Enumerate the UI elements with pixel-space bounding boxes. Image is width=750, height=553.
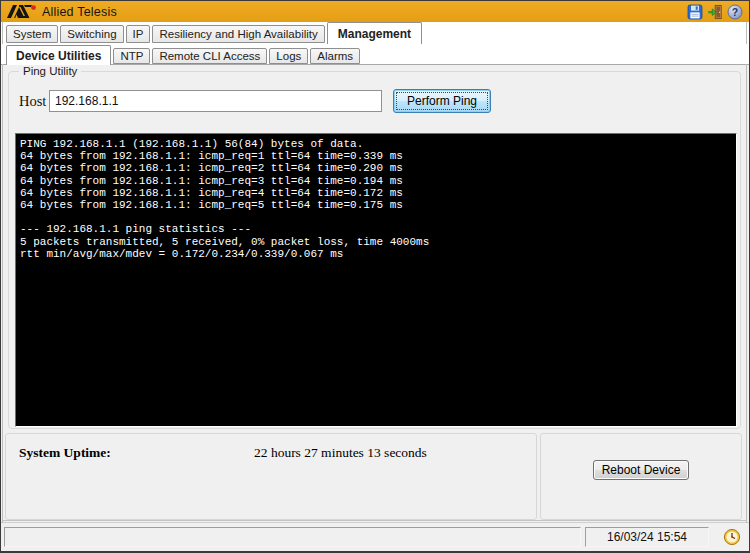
tab-logs[interactable]: Logs xyxy=(269,48,308,64)
device-utilities-page: Ping Utility Host Perform Ping PING 192.… xyxy=(1,64,749,522)
host-input[interactable] xyxy=(49,90,382,112)
system-uptime-value: 22 hours 27 minutes 13 seconds xyxy=(254,445,427,461)
tab-ip[interactable]: IP xyxy=(126,25,151,43)
system-uptime-label: System Uptime: xyxy=(19,445,111,461)
statusbar-datetime: 16/03/24 15:54 xyxy=(585,527,709,547)
system-uptime-panel: System Uptime: 22 hours 27 minutes 13 se… xyxy=(5,433,537,520)
window-frame-bottom-line xyxy=(3,520,747,521)
statusbar: 16/03/24 15:54 xyxy=(1,522,749,551)
host-label: Host xyxy=(19,93,46,110)
reboot-panel: Reboot Device xyxy=(540,433,742,520)
titlebar-icons: ? xyxy=(687,4,743,20)
tab-ntp[interactable]: NTP xyxy=(113,48,150,64)
window-frame-left xyxy=(2,22,3,523)
window-frame-right xyxy=(746,22,747,523)
tab-resiliency-and-high-availability[interactable]: Resiliency and High Availability xyxy=(152,25,324,43)
sub-tab-bar: Device Utilities NTP Remote CLI Access L… xyxy=(1,44,749,64)
tab-management[interactable]: Management xyxy=(327,22,422,44)
main-tab-bar: System Switching IP Resiliency and High … xyxy=(1,22,749,44)
logout-icon[interactable] xyxy=(707,4,723,20)
ping-utility-legend: Ping Utility xyxy=(19,65,81,77)
ping-output-terminal[interactable]: PING 192.168.1.1 (192.168.1.1) 56(84) by… xyxy=(15,133,737,427)
ping-utility-groupbox: Ping Utility Host Perform Ping PING 192.… xyxy=(8,71,741,429)
clock-icon xyxy=(722,527,742,547)
reboot-device-button[interactable]: Reboot Device xyxy=(593,460,689,480)
tab-remote-cli-access[interactable]: Remote CLI Access xyxy=(152,48,267,64)
app-title: Allied Telesis xyxy=(42,5,687,19)
tab-switching[interactable]: Switching xyxy=(60,25,123,43)
help-icon[interactable]: ? xyxy=(727,4,743,20)
tab-system[interactable]: System xyxy=(6,25,58,43)
perform-ping-button[interactable]: Perform Ping xyxy=(393,89,491,113)
save-icon[interactable] xyxy=(687,4,703,20)
svg-text:?: ? xyxy=(732,5,738,17)
allied-telesis-logo xyxy=(7,5,37,18)
tab-device-utilities[interactable]: Device Utilities xyxy=(6,45,111,65)
statusbar-message-panel xyxy=(4,527,581,547)
tab-alarms[interactable]: Alarms xyxy=(310,48,360,64)
titlebar: Allied Telesis ? xyxy=(1,1,749,22)
